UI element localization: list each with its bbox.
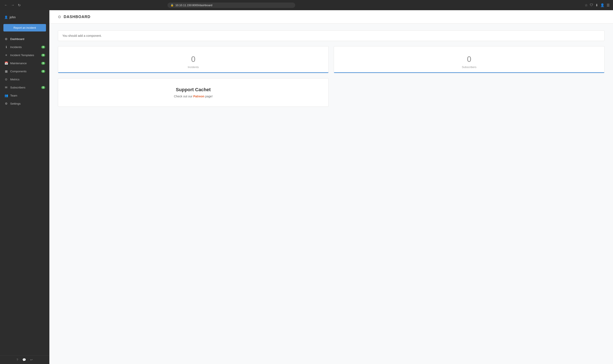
- sidebar-item-label: Settings: [10, 102, 21, 105]
- browser-nav: ← → ↻: [3, 2, 22, 8]
- sidebar-item-dashboard[interactable]: ⊙ Dashboard: [0, 35, 49, 43]
- incidents-stat-label: Incidents: [62, 65, 324, 69]
- alert-text: You should add a component.: [62, 34, 102, 38]
- extensions-button[interactable]: 🛡: [590, 3, 593, 7]
- support-card-title: Support Cachet: [62, 87, 324, 92]
- subscribers-stat-label: Subscribers: [338, 65, 600, 69]
- profile-button[interactable]: 👤: [600, 3, 604, 7]
- page-title: DASHBOARD: [64, 15, 90, 19]
- reload-button[interactable]: ↻: [17, 2, 22, 8]
- support-text-before: Check out our: [174, 95, 193, 98]
- sidebar-item-maintenance[interactable]: 📅 Maintenance 0: [0, 59, 49, 67]
- sidebar-item-subscribers[interactable]: ✉ Subscribers 0: [0, 83, 49, 91]
- sidebar-item-label: Subscribers: [10, 86, 25, 89]
- logout-button[interactable]: ↩: [30, 358, 33, 362]
- bottom-row: Support Cachet Check out our Patreon pag…: [58, 78, 604, 107]
- sidebar-item-label: Dashboard: [10, 38, 24, 41]
- bookmark-button[interactable]: ☆: [585, 3, 588, 7]
- sidebar-item-label: Metrics: [10, 78, 20, 81]
- alert-banner: You should add a component.: [58, 30, 604, 41]
- sidebar-item-label: Components: [10, 70, 27, 73]
- metrics-nav-icon: ⊙: [4, 78, 8, 81]
- sidebar-item-incidents[interactable]: ℹ Incidents 0: [0, 43, 49, 51]
- incident-templates-nav-icon: ≡: [4, 53, 8, 57]
- subscribers-stat-card: 0 Subscribers: [334, 46, 604, 73]
- team-nav-icon: 👥: [4, 94, 8, 97]
- dashboard-nav-icon: ⊙: [4, 37, 8, 41]
- incidents-badge: 0: [41, 46, 45, 49]
- patreon-link[interactable]: Patreon: [193, 95, 204, 98]
- maintenance-badge: 0: [41, 62, 45, 65]
- sidebar-item-label: Team: [10, 94, 17, 97]
- sidebar-item-settings[interactable]: ⚙ Settings: [0, 100, 49, 108]
- browser-toolbar: ☆ 🛡 ⬇ 👤 ☰: [585, 3, 610, 7]
- report-incident-button[interactable]: Report an incident: [3, 24, 46, 31]
- sidebar: 👤 john Report an incident ⊙ Dashboard ℹ …: [0, 10, 49, 364]
- app-layout: 👤 john Report an incident ⊙ Dashboard ℹ …: [0, 10, 613, 364]
- support-card: Support Cachet Check out our Patreon pag…: [58, 78, 329, 107]
- subscribers-nav-icon: ✉: [4, 86, 8, 89]
- support-text-after: page!: [204, 95, 213, 98]
- browser-chrome: ← → ↻ 🔒 10.10.11.150:8000/dashboard ☆ 🛡 …: [0, 0, 613, 10]
- back-button[interactable]: ←: [3, 2, 9, 8]
- sidebar-item-label: Maintenance: [10, 62, 27, 65]
- incidents-stat-card: 0 Incidents: [58, 46, 329, 73]
- security-icon: 🔒: [170, 4, 174, 7]
- sidebar-item-label: Incidents: [10, 46, 22, 49]
- sidebar-footer: ? 💬 ↩: [0, 355, 49, 364]
- subscribers-stat-value: 0: [338, 55, 600, 64]
- sidebar-item-incident-templates[interactable]: ≡ Incident Templates 0: [0, 51, 49, 59]
- incidents-stat-value: 0: [62, 55, 324, 64]
- incidents-nav-icon: ℹ: [4, 45, 8, 49]
- sidebar-item-label: Incident Templates: [10, 53, 34, 57]
- subscribers-badge: 0: [41, 86, 45, 89]
- main-content: ⊙ DASHBOARD You should add a component. …: [49, 10, 613, 364]
- forward-button[interactable]: →: [10, 2, 15, 8]
- maintenance-nav-icon: 📅: [4, 62, 8, 65]
- incident-templates-badge: 0: [41, 54, 45, 57]
- settings-nav-icon: ⚙: [4, 102, 8, 105]
- address-bar[interactable]: 🔒 10.10.11.150:8000/dashboard: [167, 2, 295, 8]
- menu-button[interactable]: ☰: [607, 3, 610, 7]
- user-avatar-icon: 👤: [4, 15, 8, 19]
- download-button[interactable]: ⬇: [595, 3, 598, 7]
- sidebar-item-components[interactable]: ▦ Components 0: [0, 67, 49, 75]
- feedback-button[interactable]: 💬: [22, 358, 26, 362]
- url-text: 10.10.11.150:8000/dashboard: [175, 4, 292, 7]
- support-card-text: Check out our Patreon page!: [62, 95, 324, 98]
- components-nav-icon: ▦: [4, 69, 8, 73]
- stats-row: 0 Incidents 0 Subscribers: [58, 46, 604, 73]
- username-label: john: [10, 15, 15, 19]
- dashboard-header-icon: ⊙: [58, 14, 61, 19]
- help-button[interactable]: ?: [17, 358, 18, 362]
- page-header: ⊙ DASHBOARD: [49, 10, 613, 24]
- user-header: 👤 john: [0, 10, 49, 22]
- components-badge: 0: [41, 70, 45, 73]
- sidebar-item-metrics[interactable]: ⊙ Metrics: [0, 75, 49, 83]
- sidebar-item-team[interactable]: 👥 Team: [0, 91, 49, 100]
